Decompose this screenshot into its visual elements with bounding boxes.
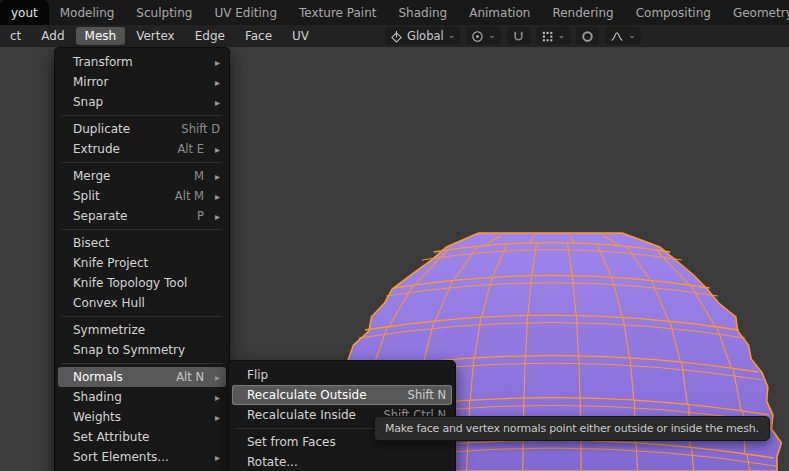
workspace-tab-rendering[interactable]: Rendering bbox=[541, 0, 624, 25]
mesh-menu-popup: Transform▸ Mirror▸ Snap▸ DuplicateShift … bbox=[54, 47, 230, 471]
menu-uv[interactable]: UV bbox=[283, 27, 318, 45]
submenu-arrow-icon: ▸ bbox=[210, 211, 220, 222]
menu-item-transform[interactable]: Transform▸ bbox=[58, 52, 226, 72]
menu-item-convex-hull[interactable]: Convex Hull bbox=[58, 293, 226, 313]
menu-item-flip[interactable]: Flip bbox=[232, 365, 452, 385]
submenu-arrow-icon: ▸ bbox=[210, 57, 220, 68]
menu-select[interactable]: ct bbox=[1, 27, 30, 45]
workspace-tab-shading[interactable]: Shading bbox=[387, 0, 458, 25]
menu-item-shading[interactable]: Shading▸ bbox=[58, 387, 226, 407]
menu-item-separate[interactable]: SeparateP▸ bbox=[58, 206, 226, 226]
menu-separator bbox=[62, 162, 222, 163]
menu-separator bbox=[62, 115, 222, 116]
workspace-tab-compositing[interactable]: Compositing bbox=[625, 0, 722, 25]
menu-item-snap[interactable]: Snap▸ bbox=[58, 92, 226, 112]
menu-item-split[interactable]: SplitAlt M▸ bbox=[58, 186, 226, 206]
menu-add[interactable]: Add bbox=[32, 27, 73, 45]
menu-item-extrude[interactable]: ExtrudeAlt E▸ bbox=[58, 139, 226, 159]
menu-item-knife-project[interactable]: Knife Project bbox=[58, 253, 226, 273]
submenu-arrow-icon: ▸ bbox=[210, 392, 220, 403]
menu-item-bisect[interactable]: Bisect bbox=[58, 233, 226, 253]
transform-orientation-dropdown[interactable]: Global ⌄ bbox=[385, 27, 460, 45]
workspace-tab-animation[interactable]: Animation bbox=[458, 0, 541, 25]
menu-item-sort-elements[interactable]: Sort Elements...▸ bbox=[58, 447, 226, 467]
header-widgets: Global ⌄ ⌄ ⌄ bbox=[385, 27, 641, 45]
workspace-tabbar: yout Modeling Sculpting UV Editing Textu… bbox=[0, 0, 789, 25]
falloff-curve-icon bbox=[610, 30, 624, 43]
magnet-icon bbox=[512, 30, 525, 43]
submenu-arrow-icon: ▸ bbox=[210, 412, 220, 423]
menu-edge[interactable]: Edge bbox=[186, 27, 234, 45]
menu-vertex[interactable]: Vertex bbox=[127, 27, 184, 45]
menu-item-weights[interactable]: Weights▸ bbox=[58, 407, 226, 427]
proportional-editing-icon bbox=[581, 30, 594, 43]
pivot-point-icon bbox=[471, 30, 484, 43]
proportional-falloff-dropdown[interactable]: ⌄ bbox=[605, 27, 641, 45]
tooltip: Make face and vertex normals point eithe… bbox=[374, 416, 770, 441]
snap-target-icon bbox=[541, 30, 554, 43]
workspace-tab-texture-paint[interactable]: Texture Paint bbox=[288, 0, 387, 25]
submenu-arrow-icon: ▸ bbox=[210, 372, 220, 383]
chevron-down-icon: ⌄ bbox=[448, 31, 456, 40]
submenu-arrow-icon: ▸ bbox=[210, 171, 220, 182]
menu-mesh[interactable]: Mesh bbox=[76, 27, 126, 45]
menu-separator bbox=[62, 363, 222, 364]
orientation-icon bbox=[390, 30, 403, 43]
menu-item-duplicate[interactable]: DuplicateShift D bbox=[58, 119, 226, 139]
menu-separator bbox=[62, 229, 222, 230]
proportional-editing-toggle[interactable] bbox=[576, 27, 599, 45]
viewport-header: ct Add Mesh Vertex Edge Face UV Global ⌄… bbox=[0, 25, 789, 47]
submenu-arrow-icon: ▸ bbox=[210, 191, 220, 202]
submenu-arrow-icon: ▸ bbox=[210, 77, 220, 88]
chevron-down-icon: ⌄ bbox=[628, 31, 636, 40]
pivot-point-dropdown[interactable]: ⌄ bbox=[466, 27, 501, 45]
workspace-tab-layout[interactable]: yout bbox=[0, 0, 49, 25]
submenu-arrow-icon: ▸ bbox=[210, 97, 220, 108]
menu-item-symmetrize[interactable]: Symmetrize bbox=[58, 320, 226, 340]
snap-target-dropdown[interactable]: ⌄ bbox=[536, 27, 571, 45]
workspace-tab-geometry-nodes[interactable]: Geometry Nodes bbox=[722, 0, 789, 25]
menu-item-snap-to-symmetry[interactable]: Snap to Symmetry bbox=[58, 340, 226, 360]
workspace-tab-modeling[interactable]: Modeling bbox=[49, 0, 126, 25]
menu-item-merge[interactable]: MergeM▸ bbox=[58, 166, 226, 186]
submenu-arrow-icon: ▸ bbox=[210, 144, 220, 155]
menu-item-knife-topology-tool[interactable]: Knife Topology Tool bbox=[58, 273, 226, 293]
menu-separator bbox=[62, 316, 222, 317]
snap-toggle[interactable] bbox=[507, 27, 530, 45]
menu-item-normals[interactable]: NormalsAlt N▸ bbox=[58, 367, 226, 387]
menu-face[interactable]: Face bbox=[236, 27, 281, 45]
menu-item-recalculate-outside[interactable]: Recalculate OutsideShift N bbox=[232, 385, 452, 405]
menu-item-set-attribute[interactable]: Set Attribute bbox=[58, 427, 226, 447]
workspace-tab-sculpting[interactable]: Sculpting bbox=[125, 0, 203, 25]
submenu-arrow-icon: ▸ bbox=[210, 452, 220, 463]
chevron-down-icon: ⌄ bbox=[558, 31, 566, 40]
orientation-label: Global bbox=[407, 29, 444, 43]
menu-item-rotate[interactable]: Rotate... bbox=[232, 452, 452, 471]
menu-item-mirror[interactable]: Mirror▸ bbox=[58, 72, 226, 92]
tooltip-text: Make face and vertex normals point eithe… bbox=[385, 422, 759, 435]
chevron-down-icon: ⌄ bbox=[488, 31, 496, 40]
workspace-tab-uv-editing[interactable]: UV Editing bbox=[203, 0, 288, 25]
